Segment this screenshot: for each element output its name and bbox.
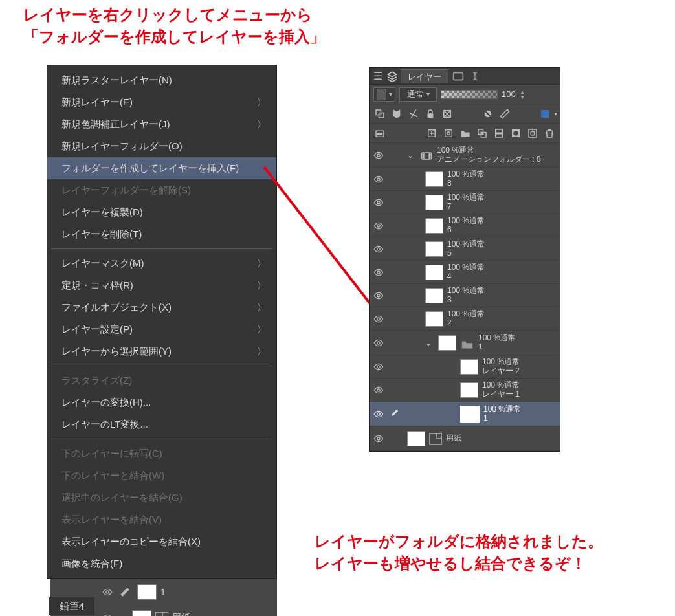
layer-row-animation-folder[interactable]: ⌄ 100 %通常アニメーションフォルダー : 8 [370, 143, 560, 168]
visibility-eye-icon[interactable] [373, 291, 384, 301]
menu-flatten-image[interactable]: 画像を統合(F) [47, 553, 276, 575]
clip-below-icon[interactable] [372, 106, 388, 122]
tool-name-label: 鉛筆4 [49, 597, 94, 615]
layer-thumbnail [425, 218, 443, 234]
create-mask-icon[interactable] [508, 126, 524, 141]
menu-merge-visible-copy[interactable]: 表示レイヤーのコピーを結合(X) [47, 531, 276, 553]
layer-row[interactable]: 100 %通常3 [370, 284, 560, 307]
layer-row[interactable]: 100 %通常レイヤー 1 [370, 379, 560, 402]
layer-row[interactable]: 100 %通常レイヤー 2 [370, 355, 560, 379]
layer-thumbnail [425, 288, 443, 303]
lock-transparent-icon[interactable] [439, 106, 455, 122]
delete-layer-icon[interactable] [542, 126, 557, 141]
new-vector-layer-icon[interactable] [441, 126, 456, 141]
menu-layer-mask[interactable]: レイヤーマスク(M)〉 [47, 252, 276, 274]
menu-ruler-frame[interactable]: 定規・コマ枠(R)〉 [47, 274, 276, 296]
layer-row[interactable]: 100 %通常5 [370, 237, 560, 261]
menu-layer-settings[interactable]: レイヤー設定(P)〉 [47, 318, 276, 340]
paper-icon [155, 612, 168, 616]
ruler-enable-icon[interactable] [497, 106, 513, 122]
transfer-below-icon[interactable] [474, 126, 490, 141]
layer-info-label: 100 %通常 [478, 334, 516, 343]
merge-below-icon[interactable] [491, 126, 507, 141]
visibility-eye-icon[interactable] [373, 174, 384, 184]
expand-chevron-icon[interactable]: ⌄ [425, 338, 434, 347]
blend-mode-select[interactable]: 通常▾ [399, 87, 437, 102]
visibility-eye-icon[interactable] [373, 362, 384, 372]
visibility-eye-icon[interactable] [373, 267, 384, 278]
annotation-top: レイヤーを右クリックしてメニューから 「フォルダーを作成してレイヤーを挿入」 [23, 4, 326, 47]
layer-row-paper[interactable]: 用紙 [370, 426, 560, 451]
layer-panel: ☰ レイヤー ▾ 通常▾ 100 ▴▾ ▾ [369, 67, 560, 452]
visibility-eye-icon[interactable] [102, 613, 113, 616]
opacity-spinner[interactable]: ▴▾ [520, 89, 526, 100]
visibility-eye-icon[interactable] [373, 409, 384, 419]
svg-point-33 [377, 318, 380, 320]
panel-tab-icon[interactable] [451, 71, 465, 82]
submenu-arrow-icon: 〉 [257, 296, 266, 318]
mask-enable-icon[interactable] [480, 106, 496, 122]
layer-row[interactable]: 100 %通常2 [370, 307, 560, 331]
svg-point-16 [447, 131, 450, 135]
reference-layer-icon[interactable] [389, 106, 404, 122]
svg-rect-19 [496, 129, 503, 133]
layer-row[interactable]: 100 %通常7 [370, 191, 560, 214]
menu-convert-layer[interactable]: レイヤーの変換(H)... [47, 391, 276, 413]
menu-delete-layer[interactable]: レイヤーを削除(T) [47, 223, 276, 245]
menu-new-layer[interactable]: 新規レイヤー(E)〉 [47, 91, 276, 113]
submenu-arrow-icon: 〉 [257, 318, 266, 340]
layer-row-folder[interactable]: ⌄ 100 %通常1 [370, 331, 560, 355]
menu-file-object[interactable]: ファイルオブジェクト(X)〉 [47, 296, 276, 318]
apply-mask-icon[interactable] [525, 126, 540, 141]
layer-color-icon[interactable] [537, 106, 553, 122]
layer-color-swatch[interactable]: ▾ [373, 87, 395, 102]
visibility-eye-icon[interactable] [373, 338, 384, 348]
layer-name-label: レイヤー 2 [482, 367, 520, 376]
layer-row[interactable]: 100 %通常8 [370, 168, 560, 191]
panel-menu-icon[interactable]: ☰ [372, 71, 384, 82]
visibility-eye-icon[interactable] [102, 587, 113, 597]
visibility-eye-icon[interactable] [373, 221, 384, 231]
submenu-arrow-icon: 〉 [257, 340, 266, 362]
menu-lt-convert[interactable]: レイヤーのLT変換... [47, 413, 276, 435]
layer-name-label: 3 [447, 296, 485, 305]
svg-rect-20 [496, 133, 503, 137]
menu-select-from-layer[interactable]: レイヤーから選択範囲(Y)〉 [47, 340, 276, 362]
layer-thumbnail [137, 584, 157, 600]
svg-point-25 [377, 154, 380, 157]
layer-thumbnail [132, 610, 151, 616]
opacity-slider[interactable] [441, 90, 498, 99]
opacity-value[interactable]: 100 [502, 89, 516, 99]
layer-row-selected[interactable]: 100 %通常1 [370, 402, 560, 426]
layer-name-label: 2 [447, 319, 485, 328]
visibility-eye-icon[interactable] [373, 385, 384, 395]
visibility-eye-icon[interactable] [373, 314, 384, 324]
layer-tools-row-1: ▾ [370, 104, 560, 124]
layer-info-label: 100 %通常 [447, 287, 485, 296]
menu-release-layer-folder: レイヤーフォルダーを解除(S) [47, 179, 276, 201]
svg-rect-6 [428, 113, 434, 118]
menu-new-raster-layer[interactable]: 新規ラスターレイヤー(N) [47, 69, 276, 91]
new-layer-folder-icon[interactable] [458, 126, 473, 141]
menu-new-layer-folder[interactable]: 新規レイヤーフォルダー(O) [47, 135, 276, 157]
visibility-eye-icon[interactable] [373, 434, 384, 444]
panel-option-icon[interactable] [372, 126, 388, 141]
layer-row[interactable]: 100 %通常6 [370, 214, 560, 237]
draft-layer-icon[interactable] [406, 106, 421, 122]
svg-point-24 [531, 131, 535, 135]
lock-icon[interactable] [423, 106, 438, 122]
layer-panel-tab[interactable]: レイヤー [401, 69, 448, 83]
visibility-eye-icon[interactable] [373, 244, 384, 254]
dropdown-arrow-icon[interactable]: ▾ [554, 110, 557, 117]
menu-duplicate-layer[interactable]: レイヤーを複製(D) [47, 201, 276, 223]
new-raster-layer-icon[interactable] [424, 126, 439, 141]
panel-tab-icon[interactable] [468, 71, 482, 82]
layer-thumbnail [425, 195, 443, 210]
expand-chevron-icon[interactable]: ⌄ [407, 151, 416, 160]
visibility-eye-icon[interactable] [373, 150, 384, 160]
layer-row[interactable]: 100 %通常4 [370, 261, 560, 284]
menu-create-folder-insert-layer[interactable]: フォルダーを作成してレイヤーを挿入(F) [47, 157, 276, 179]
svg-rect-3 [454, 72, 463, 80]
visibility-eye-icon[interactable] [373, 197, 384, 208]
menu-new-correction-layer[interactable]: 新規色調補正レイヤー(J)〉 [47, 113, 276, 135]
